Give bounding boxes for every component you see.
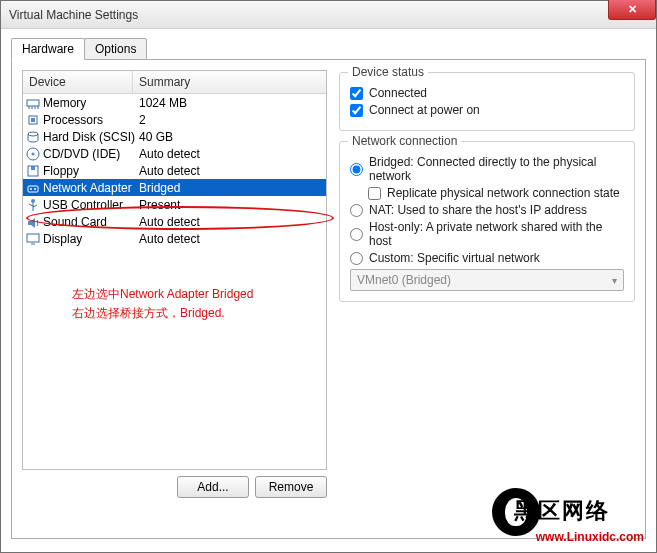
- chk-replicate-row[interactable]: Replicate physical network connection st…: [368, 186, 624, 200]
- group-device-status: Device status Connected Connect at power…: [339, 72, 635, 131]
- device-summary: Auto detect: [135, 215, 324, 229]
- rad-hostonly[interactable]: [350, 228, 363, 241]
- rad-nat-row[interactable]: NAT: Used to share the host's IP address: [350, 203, 624, 217]
- svg-rect-6: [31, 118, 35, 122]
- device-summary: 2: [135, 113, 324, 127]
- col-summary: Summary: [133, 71, 326, 93]
- lbl-replicate: Replicate physical network connection st…: [387, 186, 620, 200]
- chk-connect-power-row[interactable]: Connect at power on: [350, 103, 624, 117]
- group-network-connection: Network connection Bridged: Connected di…: [339, 141, 635, 302]
- lbl-connect-power: Connect at power on: [369, 103, 480, 117]
- remove-button[interactable]: Remove: [255, 476, 327, 498]
- device-name: Display: [43, 232, 135, 246]
- svg-point-14: [34, 188, 36, 190]
- tab-options[interactable]: Options: [84, 38, 147, 60]
- combo-vmnet: VMnet0 (Bridged) ▾: [350, 269, 624, 291]
- svg-point-9: [32, 152, 35, 155]
- chk-connected-row[interactable]: Connected: [350, 86, 624, 100]
- rad-custom-row[interactable]: Custom: Specific virtual network: [350, 251, 624, 265]
- device-row[interactable]: Network AdapterBridged: [23, 179, 326, 196]
- rad-nat[interactable]: [350, 204, 363, 217]
- chk-connect-power[interactable]: [350, 104, 363, 117]
- svg-point-15: [31, 199, 35, 203]
- device-row[interactable]: Processors2: [23, 111, 326, 128]
- group-title-network: Network connection: [348, 134, 461, 148]
- close-icon: ✕: [628, 3, 637, 16]
- device-row[interactable]: CD/DVD (IDE)Auto detect: [23, 145, 326, 162]
- chk-connected[interactable]: [350, 87, 363, 100]
- svg-rect-19: [27, 234, 39, 242]
- svg-rect-12: [28, 186, 38, 192]
- watermark: 黑区网络 www.Linuxidc.com: [480, 476, 650, 546]
- device-row[interactable]: FloppyAuto detect: [23, 162, 326, 179]
- combo-value: VMnet0 (Bridged): [357, 273, 451, 287]
- close-button[interactable]: ✕: [608, 0, 656, 20]
- svg-rect-0: [27, 100, 39, 106]
- device-list-header: Device Summary: [23, 71, 326, 94]
- titlebar: Virtual Machine Settings ✕: [1, 1, 656, 29]
- tab-strip: Hardware Options: [11, 38, 646, 60]
- svg-point-7: [28, 132, 38, 136]
- col-device: Device: [23, 71, 133, 93]
- device-row[interactable]: Hard Disk (SCSI)40 GB: [23, 128, 326, 145]
- sound-icon: [25, 214, 41, 230]
- lbl-custom: Custom: Specific virtual network: [369, 251, 540, 265]
- device-row[interactable]: USB ControllerPresent: [23, 196, 326, 213]
- lbl-connected: Connected: [369, 86, 427, 100]
- lbl-bridged: Bridged: Connected directly to the physi…: [369, 155, 624, 183]
- cd-icon: [25, 146, 41, 162]
- watermark-small: www.Linuxidc.com: [536, 530, 644, 544]
- svg-point-13: [30, 188, 32, 190]
- device-name: Memory: [43, 96, 135, 110]
- tab-hardware[interactable]: Hardware: [11, 38, 85, 60]
- device-row[interactable]: Memory1024 MB: [23, 94, 326, 111]
- device-row[interactable]: Sound CardAuto detect: [23, 213, 326, 230]
- device-summary: Bridged: [135, 181, 324, 195]
- device-summary: 40 GB: [135, 130, 324, 144]
- rad-custom[interactable]: [350, 252, 363, 265]
- device-list[interactable]: Device Summary Memory1024 MBProcessors2H…: [22, 70, 327, 470]
- device-name: Sound Card: [43, 215, 135, 229]
- memory-icon: [25, 95, 41, 111]
- watermark-big: 黑区网络: [514, 496, 610, 526]
- lbl-hostonly: Host-only: A private network shared with…: [369, 220, 624, 248]
- device-summary: Auto detect: [135, 232, 324, 246]
- settings-window: Virtual Machine Settings ✕ Hardware Opti…: [0, 0, 657, 553]
- device-summary: Present: [135, 198, 324, 212]
- device-summary: 1024 MB: [135, 96, 324, 110]
- display-icon: [25, 231, 41, 247]
- group-title-status: Device status: [348, 65, 428, 79]
- floppy-icon: [25, 163, 41, 179]
- lbl-nat: NAT: Used to share the host's IP address: [369, 203, 587, 217]
- device-name: USB Controller: [43, 198, 135, 212]
- device-name: Network Adapter: [43, 181, 135, 195]
- rad-bridged[interactable]: [350, 163, 363, 176]
- rad-hostonly-row[interactable]: Host-only: A private network shared with…: [350, 220, 624, 248]
- device-name: Processors: [43, 113, 135, 127]
- device-name: CD/DVD (IDE): [43, 147, 135, 161]
- svg-rect-11: [31, 166, 35, 170]
- net-icon: [25, 180, 41, 196]
- device-name: Hard Disk (SCSI): [43, 130, 135, 144]
- hardware-pane: Device Summary Memory1024 MBProcessors2H…: [11, 59, 646, 539]
- device-row[interactable]: DisplayAuto detect: [23, 230, 326, 247]
- svg-line-18: [33, 205, 37, 207]
- usb-icon: [25, 197, 41, 213]
- cpu-icon: [25, 112, 41, 128]
- device-summary: Auto detect: [135, 147, 324, 161]
- chk-replicate[interactable]: [368, 187, 381, 200]
- chevron-down-icon: ▾: [612, 275, 617, 286]
- rad-bridged-row[interactable]: Bridged: Connected directly to the physi…: [350, 155, 624, 183]
- device-summary: Auto detect: [135, 164, 324, 178]
- window-title: Virtual Machine Settings: [9, 8, 138, 22]
- svg-line-17: [29, 204, 33, 206]
- hdd-icon: [25, 129, 41, 145]
- add-button[interactable]: Add...: [177, 476, 249, 498]
- device-name: Floppy: [43, 164, 135, 178]
